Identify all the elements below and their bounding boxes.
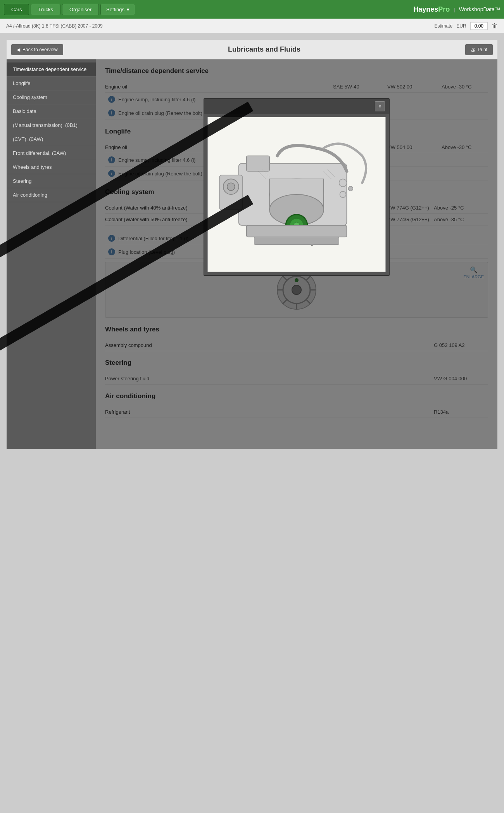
modal-body xyxy=(204,114,389,275)
sidebar-item-label: (Manual transmission), (0B1) xyxy=(13,122,78,128)
sidebar-item-time-distance[interactable]: Time/distance dependent service xyxy=(7,62,96,76)
back-button[interactable]: ◀ Back to overview xyxy=(11,44,63,55)
brand-logo: HaynesPro xyxy=(413,5,450,14)
sidebar-item-label: Front differential, (0AW) xyxy=(13,150,66,156)
modal-image-area xyxy=(207,117,386,272)
sidebar-item-label: Air conditioning xyxy=(13,192,47,198)
modal-close-button[interactable]: × xyxy=(375,101,385,111)
print-button-label: Print xyxy=(478,47,487,52)
nav-trucks-button[interactable]: Trucks xyxy=(31,4,60,15)
svg-rect-13 xyxy=(247,156,270,171)
breadcrumb: A4 /-Allroad (8K) 1.8 TFSi (CABB) 2007 -… xyxy=(6,23,103,29)
nav-settings-button[interactable]: Settings ▾ xyxy=(100,4,135,15)
sidebar-item-label: Steering xyxy=(13,178,31,184)
sidebar-item-longlife[interactable]: Longlife xyxy=(7,76,96,90)
back-button-label: Back to overview xyxy=(22,47,58,52)
svg-point-23 xyxy=(339,179,347,187)
workshop-label: WorkshopData™ xyxy=(459,6,500,12)
svg-rect-26 xyxy=(247,225,347,237)
main-content: Time/distance dependent service Engine o… xyxy=(96,59,497,449)
svg-point-24 xyxy=(340,191,346,198)
delete-icon[interactable]: 🗑 xyxy=(492,23,498,29)
sidebar-item-label: Longlife xyxy=(13,80,31,86)
sidebar-item-basic[interactable]: Basic data xyxy=(7,104,96,118)
back-arrow-icon: ◀ xyxy=(17,47,20,52)
page-header: ◀ Back to overview Lubricants and Fluids… xyxy=(7,40,497,59)
brand-area: HaynesPro | WorkshopData™ xyxy=(413,5,500,14)
nav-links: Cars Trucks Organiser Settings ▾ xyxy=(4,4,135,15)
sidebar-item-label: Time/distance dependent service xyxy=(13,66,86,72)
sidebar-item-label: Wheels and tyres xyxy=(13,164,52,170)
top-navigation: Cars Trucks Organiser Settings ▾ HaynesP… xyxy=(0,0,504,19)
settings-label: Settings xyxy=(106,7,124,12)
estimate-area: Estimate EUR 0.00 🗑 xyxy=(435,22,498,30)
sidebar-item-wheels[interactable]: Wheels and tyres xyxy=(7,160,96,174)
estimate-value: 0.00 xyxy=(470,22,488,30)
svg-rect-27 xyxy=(254,237,339,245)
modal-dialog: × xyxy=(204,98,390,276)
sidebar: Time/distance dependent service Longlife… xyxy=(7,59,96,449)
main-container: ◀ Back to overview Lubricants and Fluids… xyxy=(6,40,498,449)
sidebar-item-cvt[interactable]: (CVT), (0AW) xyxy=(7,132,96,146)
sidebar-item-manual-trans[interactable]: (Manual transmission), (0B1) xyxy=(7,118,96,132)
sidebar-item-air-cond[interactable]: Air conditioning xyxy=(7,188,96,202)
chevron-down-icon: ▾ xyxy=(127,7,129,12)
print-button[interactable]: 🖨 Print xyxy=(465,44,493,55)
sidebar-item-steering[interactable]: Steering xyxy=(7,174,96,188)
engine-illustration xyxy=(208,117,385,272)
currency-label: EUR xyxy=(456,23,466,29)
estimate-label: Estimate xyxy=(435,23,453,29)
breadcrumb-bar: A4 /-Allroad (8K) 1.8 TFSi (CABB) 2007 -… xyxy=(0,19,504,33)
nav-cars-button[interactable]: Cars xyxy=(4,4,29,15)
svg-point-19 xyxy=(227,183,235,191)
page-title: Lubricants and Fluids xyxy=(228,45,300,54)
sidebar-item-label: Basic data xyxy=(13,108,36,114)
modal-header: × xyxy=(204,99,389,114)
sidebar-item-label: (CVT), (0AW) xyxy=(13,136,43,142)
sidebar-item-cooling[interactable]: Cooling system xyxy=(7,90,96,104)
sidebar-item-label: Cooling system xyxy=(13,94,47,100)
modal-backdrop[interactable]: × xyxy=(96,59,497,449)
print-icon: 🖨 xyxy=(471,47,475,52)
sidebar-item-front-diff[interactable]: Front differential, (0AW) xyxy=(7,146,96,160)
content-layout: Time/distance dependent service Longlife… xyxy=(7,59,497,449)
svg-point-25 xyxy=(348,186,353,191)
nav-organiser-button[interactable]: Organiser xyxy=(62,4,99,15)
